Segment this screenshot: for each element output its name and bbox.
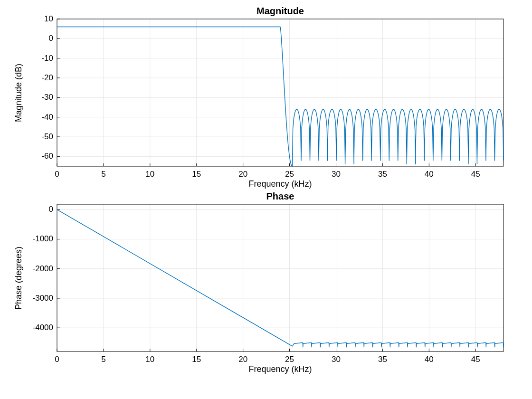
svg-text:0: 0 [49,205,53,214]
svg-text:10: 10 [145,170,154,179]
svg-text:10: 10 [145,355,154,364]
svg-text:20: 20 [238,355,247,364]
figure: Magnitude Magnitude (dB) 051015202530354… [0,0,532,399]
svg-text:35: 35 [378,170,387,179]
phase-ylabel: Phase (degrees) [13,204,25,352]
svg-text:30: 30 [332,170,341,179]
svg-text:25: 25 [285,355,294,364]
svg-text:0: 0 [49,34,53,43]
svg-text:40: 40 [425,170,434,179]
svg-text:-60: -60 [41,152,53,161]
svg-text:10: 10 [44,14,53,23]
svg-text:45: 45 [471,355,480,364]
svg-text:0: 0 [55,170,59,179]
phase-plot: Phase Phase (degrees) 051015202530354045… [57,204,504,352]
svg-text:-20: -20 [41,73,53,82]
magnitude-xlabel: Frequency (kHz) [57,179,504,189]
svg-text:-30: -30 [41,93,53,102]
magnitude-svg: 051015202530354045-60-50-40-30-20-10010 [57,19,504,166]
svg-text:25: 25 [285,170,294,179]
svg-text:5: 5 [101,355,105,364]
svg-text:5: 5 [101,170,105,179]
svg-text:-40: -40 [41,113,53,122]
magnitude-title: Magnitude [57,6,504,17]
magnitude-plot: Magnitude Magnitude (dB) 051015202530354… [57,19,504,166]
phase-title: Phase [57,191,504,202]
svg-rect-100 [57,204,504,352]
svg-text:-2000: -2000 [33,264,53,273]
svg-text:-3000: -3000 [33,294,53,303]
svg-text:-1000: -1000 [33,234,53,243]
svg-text:-50: -50 [41,132,53,141]
svg-text:40: 40 [425,355,434,364]
svg-text:-4000: -4000 [33,323,53,332]
svg-text:15: 15 [192,170,201,179]
svg-text:-10: -10 [41,54,53,63]
phase-xlabel: Frequency (kHz) [57,364,504,374]
svg-rect-54 [57,19,504,166]
svg-text:45: 45 [471,170,480,179]
phase-svg: 051015202530354045-4000-3000-2000-10000 [57,204,504,352]
svg-text:35: 35 [378,355,387,364]
svg-text:30: 30 [332,355,341,364]
magnitude-ylabel: Magnitude (dB) [13,19,25,166]
svg-text:0: 0 [55,355,59,364]
svg-text:20: 20 [238,170,247,179]
svg-text:15: 15 [192,355,201,364]
